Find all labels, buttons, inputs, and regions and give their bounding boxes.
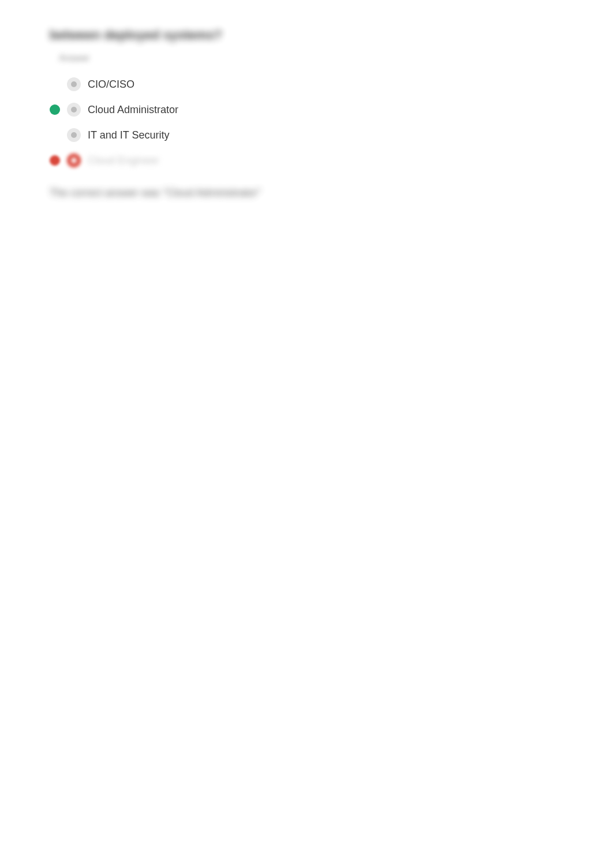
option-it-security[interactable]: IT and IT Security bbox=[50, 126, 563, 144]
radio-icon bbox=[67, 77, 81, 91]
answer-label: Answer bbox=[59, 53, 563, 63]
quiz-content: between deployed systems? Answer CIO/CIS… bbox=[0, 0, 613, 227]
question-title: between deployed systems? bbox=[50, 28, 563, 43]
feedback-text: The correct answer was "Cloud Administra… bbox=[50, 187, 563, 199]
option-label: Cloud Engineer bbox=[88, 155, 159, 167]
option-cio-ciso[interactable]: CIO/CISO bbox=[50, 75, 563, 93]
radio-selected-icon bbox=[67, 154, 81, 167]
option-label: IT and IT Security bbox=[88, 129, 169, 141]
option-label: CIO/CISO bbox=[88, 78, 134, 91]
correct-marker-icon bbox=[50, 104, 60, 115]
radio-icon bbox=[67, 128, 81, 142]
radio-icon bbox=[67, 103, 81, 117]
options-list: CIO/CISO Cloud Administrator IT and IT S… bbox=[50, 75, 563, 170]
option-label: Cloud Administrator bbox=[88, 104, 178, 116]
option-cloud-engineer[interactable]: Cloud Engineer bbox=[50, 151, 563, 170]
option-cloud-administrator[interactable]: Cloud Administrator bbox=[50, 100, 563, 119]
incorrect-marker-icon bbox=[50, 155, 60, 166]
